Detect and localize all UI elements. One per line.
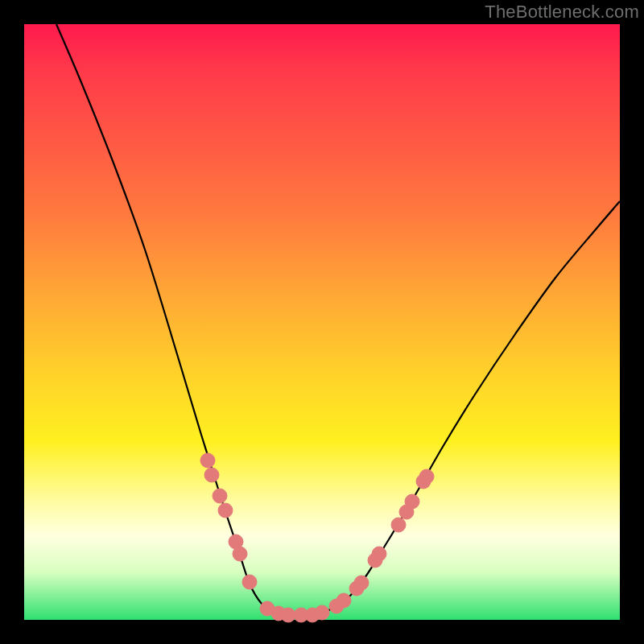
- marker-left-0: [200, 453, 215, 468]
- curve-svg: [24, 24, 620, 620]
- marker-right-1: [336, 593, 351, 608]
- marker-left-6: [242, 575, 257, 589]
- bottleneck-curve: [56, 24, 620, 615]
- marker-left-5: [233, 547, 247, 561]
- marker-left-3: [218, 503, 233, 518]
- marker-bottom-2: [281, 608, 295, 622]
- plot-area: [24, 24, 620, 620]
- data-markers: [200, 453, 434, 622]
- chart-frame: TheBottleneck.com: [0, 0, 644, 644]
- marker-right-8: [405, 494, 419, 509]
- marker-bottom-5: [315, 605, 329, 620]
- marker-right-10: [419, 469, 434, 484]
- marker-right-3: [354, 576, 369, 590]
- watermark-text: TheBottleneck.com: [485, 2, 639, 23]
- marker-left-1: [204, 468, 219, 482]
- marker-left-2: [213, 489, 227, 503]
- marker-right-6: [391, 518, 406, 532]
- marker-right-5: [372, 547, 386, 561]
